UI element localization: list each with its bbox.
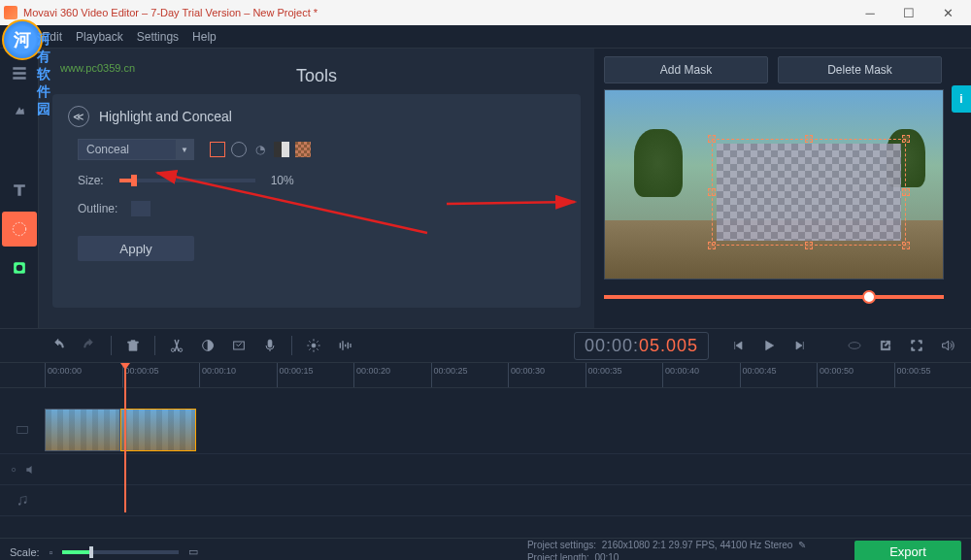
size-label: Size: (78, 174, 104, 187)
linked-audio-track[interactable] (0, 454, 971, 485)
svg-point-15 (12, 468, 16, 472)
delete-mask-button[interactable]: Delete Mask (778, 56, 942, 83)
preview-video[interactable] (604, 89, 944, 280)
preview-scrubber[interactable] (604, 295, 944, 299)
shape-square-icon[interactable] (210, 142, 225, 157)
svg-point-8 (179, 348, 182, 351)
audio-track[interactable] (0, 485, 971, 516)
size-slider[interactable] (119, 179, 255, 182)
svg-rect-1 (20, 147, 26, 156)
video-clip-selected[interactable] (120, 409, 196, 451)
minimize-button[interactable]: ─ (851, 0, 889, 25)
playhead[interactable] (124, 363, 126, 512)
menu-help[interactable]: Help (192, 30, 217, 44)
shape-pixelate-icon[interactable] (295, 142, 311, 157)
outline-label: Outline: (78, 202, 117, 215)
left-sidebar (0, 49, 39, 328)
tab-callouts[interactable] (2, 250, 37, 285)
volume-button[interactable] (934, 332, 961, 359)
tab-highlight-conceal[interactable] (2, 212, 37, 247)
audio-track-head (0, 494, 45, 508)
360-view-button[interactable] (841, 332, 868, 359)
app-icon (4, 6, 17, 19)
video-clip[interactable] (45, 409, 120, 451)
size-value: 10% (271, 174, 294, 187)
svg-rect-14 (17, 426, 28, 433)
apply-button[interactable]: Apply (78, 236, 194, 261)
shape-bw-icon[interactable] (274, 142, 289, 157)
undo-button[interactable] (45, 332, 72, 359)
menu-settings[interactable]: Settings (137, 30, 179, 44)
export-button[interactable]: Export (854, 541, 961, 561)
tools-title: Tools (52, 58, 581, 94)
project-length-value: 00:10 (594, 552, 619, 560)
tab-media[interactable] (2, 56, 37, 91)
timeline: 00:00:00 00:00:05 00:00:10 00:00:15 00:0… (0, 363, 971, 538)
next-frame-button[interactable] (787, 332, 814, 359)
shape-blur-icon[interactable]: ◔ (252, 142, 268, 157)
add-mask-button[interactable]: Add Mask (604, 56, 768, 83)
video-track-head (0, 423, 45, 437)
timeline-toolbar: 00:00:05.005 (0, 328, 971, 363)
svg-point-12 (312, 344, 316, 347)
redo-button[interactable] (76, 332, 103, 359)
cut-button[interactable] (163, 332, 190, 359)
svg-point-13 (849, 343, 860, 349)
section-title: Highlight and Conceal (99, 109, 232, 124)
svg-point-16 (18, 503, 20, 505)
color-adjust-button[interactable] (194, 332, 221, 359)
scrubber-thumb[interactable] (862, 290, 876, 304)
svg-point-4 (16, 265, 22, 272)
play-button[interactable] (755, 332, 783, 359)
titlebar: Movavi 360 Video Editor – 7-Day Trial Ve… (0, 0, 971, 25)
mask-region[interactable] (712, 139, 906, 246)
timeline-ruler[interactable]: 00:00:00 00:00:05 00:00:10 00:00:15 00:0… (0, 363, 971, 388)
timecode-display: 00:00:05.005 (574, 332, 709, 360)
menubar: File Edit Playback Settings Help (0, 25, 971, 49)
popout-button[interactable] (872, 332, 899, 359)
linked-audio-head (0, 463, 45, 477)
edit-settings-icon[interactable]: ✎ (798, 540, 806, 550)
svg-point-7 (171, 348, 174, 351)
video-track[interactable] (0, 406, 971, 454)
menu-edit[interactable]: Edit (42, 30, 62, 44)
prev-frame-button[interactable] (724, 332, 752, 359)
preview-area: Add Mask Delete Mask i (594, 49, 971, 328)
zoom-clip-icon[interactable]: ▭ (188, 545, 198, 558)
tab-titles[interactable] (2, 173, 37, 208)
chevron-down-icon: ▼ (176, 139, 193, 160)
svg-point-2 (13, 222, 25, 235)
tab-filters[interactable] (2, 95, 37, 130)
fullscreen-button[interactable] (903, 332, 930, 359)
info-badge[interactable]: i (952, 85, 971, 113)
scale-slider[interactable] (62, 550, 179, 554)
shape-circle-icon[interactable] (231, 142, 247, 157)
outline-color[interactable] (131, 201, 151, 216)
menu-playback[interactable]: Playback (76, 30, 123, 44)
close-button[interactable]: ✕ (928, 0, 967, 25)
record-audio-button[interactable] (256, 332, 284, 359)
conceal-dropdown[interactable]: Conceal ▼ (78, 139, 194, 160)
window-title: Movavi 360 Video Editor – 7-Day Trial Ve… (23, 7, 851, 18)
svg-rect-11 (268, 340, 272, 347)
menu-file[interactable]: File (10, 30, 28, 44)
tab-transitions[interactable] (2, 134, 37, 169)
back-button[interactable]: ≪ (68, 106, 89, 127)
svg-rect-0 (12, 147, 17, 156)
equalize-button[interactable] (331, 332, 358, 359)
crop-button[interactable] (225, 332, 252, 359)
clip-properties-button[interactable] (300, 332, 327, 359)
delete-button[interactable] (119, 332, 147, 359)
svg-point-17 (24, 501, 26, 503)
tools-panel: Tools ≪ Highlight and Conceal Conceal ▼ … (39, 49, 594, 328)
project-settings-value: 2160x1080 2:1 29.97 FPS, 44100 Hz Stereo (602, 540, 793, 550)
bottombar: Scale: ▫ ▭ Project settings: 2160x1080 2… (0, 538, 971, 560)
scale-label: Scale: (10, 546, 40, 558)
zoom-fit-icon[interactable]: ▫ (50, 546, 53, 558)
maximize-button[interactable]: ☐ (889, 0, 928, 25)
